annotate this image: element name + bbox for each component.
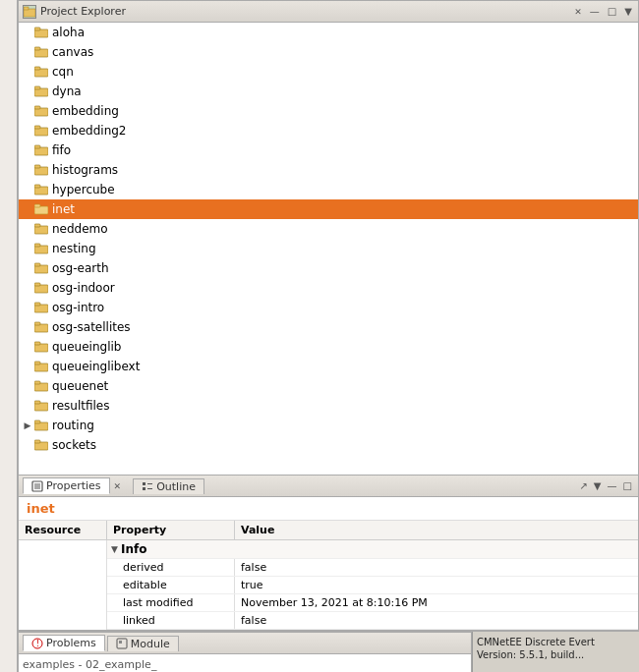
- expand-arrow: [23, 283, 32, 293]
- tree-item-embedding2[interactable]: embedding2: [19, 121, 638, 140]
- tree-item-fifo[interactable]: fifo: [19, 140, 638, 160]
- svg-rect-41: [34, 401, 40, 404]
- item-label: dyna: [52, 84, 82, 98]
- tree-item-dyna[interactable]: dyna: [19, 82, 638, 101]
- properties-export-btn[interactable]: ↗: [577, 480, 589, 491]
- project-tree[interactable]: aloha canvas cqn dyna embedding embeddin…: [19, 23, 638, 475]
- svg-rect-5: [34, 47, 40, 50]
- folder-icon: [34, 164, 48, 176]
- expand-arrow: ▶: [23, 420, 32, 430]
- folder-icon: [34, 321, 48, 333]
- properties-menu-btn[interactable]: ▼: [592, 480, 604, 491]
- folder-icon: [34, 125, 48, 137]
- tree-item-embedding[interactable]: embedding: [19, 101, 638, 121]
- item-label: cqn: [52, 65, 74, 79]
- group-label: Info: [121, 542, 146, 556]
- svg-rect-17: [34, 165, 40, 168]
- svg-rect-13: [34, 126, 40, 129]
- props-rows: ▼ Info derived false editable true last …: [107, 540, 638, 630]
- tab-outline-label: Outline: [156, 480, 196, 493]
- expand-arrow: [23, 362, 32, 371]
- folder-icon: [34, 302, 48, 313]
- properties-close[interactable]: ✕: [114, 481, 122, 491]
- gear-icon: [31, 480, 43, 492]
- tree-item-hypercube[interactable]: hypercube: [19, 180, 638, 199]
- expand-arrow: [23, 401, 32, 411]
- props-group-header[interactable]: ▼ Info: [107, 540, 638, 559]
- prop-name: last modified: [107, 594, 235, 611]
- tree-item-canvas[interactable]: canvas: [19, 42, 638, 62]
- tree-item-histograms[interactable]: histograms: [19, 160, 638, 180]
- tree-item-resultfiles[interactable]: resultfiles: [19, 396, 638, 416]
- menu-btn[interactable]: ▼: [622, 6, 634, 17]
- tree-item-nesting[interactable]: nesting: [19, 239, 638, 258]
- tree-item-osg-earth[interactable]: osg-earth: [19, 258, 638, 278]
- expand-arrow: [23, 47, 32, 57]
- item-label: embedding2: [52, 124, 127, 138]
- svg-rect-7: [34, 67, 40, 70]
- prop-value: false: [235, 612, 638, 629]
- svg-rect-31: [34, 303, 40, 306]
- item-label: neddemo: [52, 222, 108, 236]
- item-label: canvas: [52, 45, 93, 59]
- expand-arrow: [23, 224, 32, 234]
- minimize-btn[interactable]: —: [588, 6, 602, 17]
- tree-item-osg-indoor[interactable]: osg-indoor: [19, 278, 638, 298]
- folder-icon: [34, 105, 48, 117]
- project-explorer-icon: [23, 5, 36, 19]
- svg-rect-50: [143, 482, 145, 485]
- tree-item-queueinglib[interactable]: queueinglib: [19, 337, 638, 357]
- tab-problems[interactable]: ! Problems: [23, 635, 105, 651]
- tree-item-queuenet[interactable]: queuenet: [19, 376, 638, 396]
- folder-icon: [34, 144, 48, 156]
- expand-arrow: [23, 303, 32, 312]
- item-label: queueinglib: [52, 340, 121, 354]
- props-row: editable true: [107, 577, 638, 594]
- props-row: linked false: [107, 612, 638, 630]
- tree-item-routing[interactable]: ▶ routing: [19, 416, 638, 435]
- tree-item-osg-satellites[interactable]: osg-satellites: [19, 317, 638, 337]
- col-value-header: Value: [235, 521, 638, 539]
- item-label: histograms: [52, 163, 118, 177]
- tree-item-inet[interactable]: inet: [19, 199, 638, 219]
- tab-properties-label: Properties: [46, 479, 101, 492]
- folder-icon: [34, 184, 48, 196]
- svg-rect-52: [143, 487, 145, 490]
- item-label: fifo: [52, 143, 71, 157]
- folder-icon: [34, 361, 48, 372]
- tree-item-aloha[interactable]: aloha: [19, 23, 638, 42]
- prop-value: November 13, 2021 at 8:10:16 PM: [235, 594, 638, 611]
- outline-icon: [142, 480, 153, 492]
- item-label: routing: [52, 419, 94, 432]
- tree-item-queueinglibext[interactable]: queueinglibext: [19, 357, 638, 376]
- tree-item-cqn[interactable]: cqn: [19, 62, 638, 82]
- project-explorer-close[interactable]: ✕: [572, 7, 584, 17]
- tree-item-sockets[interactable]: sockets: [19, 435, 638, 455]
- props-row: last modified November 13, 2021 at 8:10:…: [107, 594, 638, 612]
- folder-icon: [34, 262, 48, 274]
- svg-rect-57: [119, 641, 122, 644]
- item-label: osg-satellites: [52, 320, 131, 334]
- expand-arrow: [23, 86, 32, 96]
- tab-outline[interactable]: Outline: [133, 478, 204, 494]
- bottom-panels: ! Problems Module examples - 02_example_: [18, 631, 639, 672]
- svg-rect-43: [34, 420, 40, 423]
- tab-module[interactable]: Module: [107, 636, 179, 651]
- properties-titlebar: Properties ✕ Outline ↗ ▼ — □: [19, 476, 638, 497]
- svg-rect-11: [34, 106, 40, 109]
- properties-maximize[interactable]: □: [621, 480, 634, 491]
- left-panel: [0, 0, 18, 672]
- maximize-btn[interactable]: □: [606, 6, 618, 17]
- prop-name: editable: [107, 577, 235, 593]
- tab-properties[interactable]: Properties: [23, 477, 110, 494]
- problems-titlebar: ! Problems Module: [19, 633, 471, 654]
- folder-icon: [34, 243, 48, 254]
- folder-icon: [34, 341, 48, 353]
- tree-item-osg-intro[interactable]: osg-intro: [19, 298, 638, 317]
- svg-rect-15: [34, 145, 40, 148]
- resource-column: [19, 540, 107, 630]
- svg-rect-33: [34, 322, 40, 325]
- properties-minimize[interactable]: —: [606, 480, 619, 491]
- problems-panel: ! Problems Module examples - 02_example_: [18, 632, 472, 672]
- tree-item-neddemo[interactable]: neddemo: [19, 219, 638, 239]
